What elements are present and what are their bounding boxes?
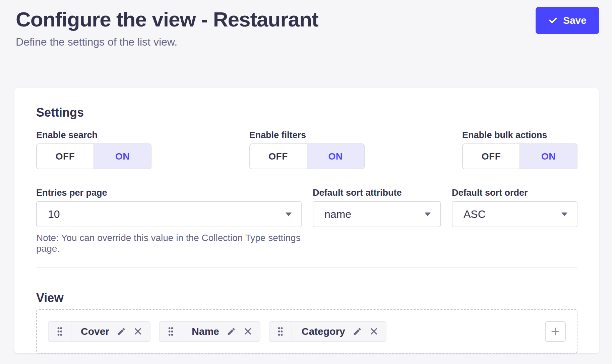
page-header: Configure the view - Restaurant Define t…	[16, 7, 318, 48]
chip-label: Category	[302, 326, 345, 337]
drag-handle-icon	[56, 326, 63, 337]
remove-icon[interactable]	[133, 327, 142, 336]
enable-bulk-actions-toggle: OFF ON	[462, 143, 577, 169]
chip-label: Name	[192, 326, 219, 337]
default-sort-attribute-select[interactable]: name	[313, 201, 441, 227]
remove-icon[interactable]	[369, 327, 378, 336]
toggle-label: Enable filters	[249, 130, 365, 140]
drag-handle-icon	[277, 326, 284, 337]
toggle-label: Enable search	[36, 130, 151, 140]
select-label: Default sort attribute	[313, 187, 441, 198]
add-field-button[interactable]	[545, 321, 566, 342]
field-entries-per-page: Entries per page 10 Note: You can overri…	[36, 187, 302, 254]
field-default-sort-order: Default sort order ASC	[452, 187, 577, 254]
field-note: Note: You can override this value in the…	[36, 233, 302, 254]
page-title: Configure the view - Restaurant	[16, 7, 318, 32]
page-subtitle: Define the settings of the list view.	[16, 36, 318, 48]
select-label: Entries per page	[36, 187, 302, 198]
save-button-label: Save	[563, 15, 587, 26]
edit-pencil-icon[interactable]	[227, 327, 236, 336]
enable-search-toggle: OFF ON	[36, 143, 151, 169]
chip-label: Cover	[81, 326, 109, 337]
toggle-off-option[interactable]: OFF	[463, 144, 519, 169]
edit-pencil-icon[interactable]	[117, 327, 126, 336]
plus-icon	[550, 326, 560, 337]
toggle-label: Enable bulk actions	[462, 130, 577, 140]
field-chip-name[interactable]: Name	[159, 321, 260, 342]
field-chip-category[interactable]: Category	[269, 321, 386, 342]
toggle-off-option[interactable]: OFF	[37, 144, 94, 169]
enable-filters-toggle: OFF ON	[249, 143, 365, 169]
toggle-on-option[interactable]: ON	[307, 144, 364, 169]
drag-handle[interactable]	[269, 322, 292, 341]
field-default-sort-attribute: Default sort attribute name	[313, 187, 441, 254]
toggle-off-option[interactable]: OFF	[250, 144, 307, 169]
view-field-list: Cover	[36, 309, 577, 354]
select-label: Default sort order	[452, 187, 577, 198]
caret-down-icon	[561, 213, 567, 216]
select-value: name	[324, 208, 351, 221]
toggle-group-enable-filters: Enable filters OFF ON	[249, 130, 365, 169]
caret-down-icon	[425, 213, 431, 216]
sort-settings-row: Entries per page 10 Note: You can overri…	[36, 187, 577, 254]
drag-handle-icon	[167, 326, 174, 337]
default-sort-order-select[interactable]: ASC	[452, 201, 577, 227]
drag-handle[interactable]	[160, 322, 182, 341]
caret-down-icon	[286, 213, 292, 216]
select-value: 10	[48, 208, 60, 221]
remove-icon[interactable]	[243, 327, 252, 336]
select-value: ASC	[464, 208, 486, 221]
view-heading: View	[36, 291, 577, 305]
entries-per-page-select[interactable]: 10	[36, 201, 302, 227]
check-icon	[548, 16, 558, 25]
toggle-group-enable-bulk-actions: Enable bulk actions OFF ON	[462, 130, 577, 169]
toggle-group-enable-search: Enable search OFF ON	[36, 130, 151, 169]
save-button[interactable]: Save	[536, 7, 599, 34]
toggle-on-option[interactable]: ON	[94, 144, 151, 169]
toggle-on-option[interactable]: ON	[519, 144, 577, 169]
settings-card: Settings Enable search OFF ON Enable fil…	[14, 88, 599, 353]
edit-pencil-icon[interactable]	[353, 327, 362, 336]
drag-handle[interactable]	[49, 322, 71, 341]
toggle-row: Enable search OFF ON Enable filters OFF …	[36, 130, 577, 169]
field-chip-cover[interactable]: Cover	[48, 321, 150, 342]
section-divider	[36, 267, 577, 268]
settings-heading: Settings	[36, 106, 577, 120]
